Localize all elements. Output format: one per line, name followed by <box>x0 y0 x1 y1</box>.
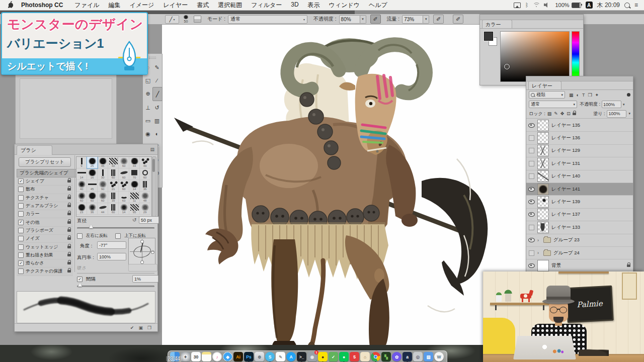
brush-option-checkbox[interactable] <box>18 187 24 192</box>
saturation-brightness-field[interactable] <box>500 31 570 82</box>
layer-filter-select[interactable]: 種類 ▾ <box>529 91 565 99</box>
blur-tool[interactable]: ◉ <box>143 127 152 140</box>
brush-preset-8[interactable]: 16 <box>87 168 98 180</box>
brush-preset-15[interactable]: 45 <box>87 180 98 192</box>
dock-app-comic-app[interactable]: 5 <box>350 352 359 361</box>
brush-preset-31[interactable]: 60 <box>108 203 119 215</box>
brush-option-checkbox[interactable] <box>18 252 24 258</box>
dock-app-wordpress[interactable]: W <box>434 352 444 361</box>
layer-row[interactable]: ›グループ 24 <box>526 247 633 259</box>
layer-visibility-toggle[interactable] <box>528 250 535 256</box>
brush-option-4[interactable]: カラー <box>17 210 73 218</box>
panel-menu-icon[interactable]: ▤ <box>150 147 154 152</box>
brush-preset-5[interactable]: 44 <box>129 157 140 168</box>
layer-blend-mode-select[interactable]: 通常▾ <box>529 101 577 108</box>
brush-preset-24[interactable]: 39 <box>108 192 119 203</box>
layer-thumbnail[interactable] <box>537 120 549 131</box>
brush-preset-6[interactable]: 49 <box>140 157 150 168</box>
dock-app-textedit[interactable]: ✎ <box>276 352 285 361</box>
layer-thumbnail[interactable] <box>537 184 549 195</box>
diameter-slider-thumb[interactable] <box>89 225 93 228</box>
group-expand-icon[interactable]: › <box>537 238 541 243</box>
lock-type-icon-1[interactable]: ✎ <box>554 111 558 116</box>
brush-preset-32[interactable]: 14 <box>119 203 129 215</box>
dodge-tool[interactable]: ◐ <box>152 127 162 140</box>
brush-option-3[interactable]: デュアルブラシ <box>17 202 73 210</box>
blend-mode-select[interactable]: 通常▾ <box>228 15 307 24</box>
layer-visibility-toggle[interactable] <box>528 161 535 166</box>
dock-app-launchpad[interactable]: ✦ <box>181 352 190 361</box>
brush-preset-28[interactable]: 23 <box>76 203 87 215</box>
dock-app-photoshop[interactable]: Ps <box>244 352 254 361</box>
filter-toggle-icon[interactable] <box>627 93 630 97</box>
layer-visibility-toggle[interactable] <box>528 148 535 153</box>
gradient-tool[interactable]: ▥ <box>152 114 162 127</box>
dock-app-spiral-app[interactable]: ◎ <box>413 352 423 361</box>
menu-item-2[interactable]: イメージ <box>125 1 158 10</box>
brush-preset-17[interactable]: 21 <box>108 180 119 192</box>
menu-item-9[interactable]: ウィンドウ <box>325 1 364 10</box>
input-source-icon[interactable]: A <box>586 2 593 9</box>
dock-app-recorder[interactable]: ◉1 <box>307 352 317 361</box>
layer-row[interactable]: レイヤー 139 <box>526 196 633 208</box>
dock-app-safari[interactable]: ◆ <box>223 352 232 361</box>
layer-row[interactable]: レイヤー 141 <box>526 183 633 196</box>
filter-type-icon-3[interactable]: ❒ <box>588 93 592 98</box>
menu-item-8[interactable]: 表示 <box>303 1 325 10</box>
menu-item-6[interactable]: フィルター <box>247 1 286 10</box>
flip-x-checkbox[interactable] <box>77 233 83 239</box>
brush-option-10[interactable]: ✓滑らかさ <box>17 259 73 267</box>
brush-tip-shape-item[interactable]: ブラシ先端のシェイプ <box>17 169 76 177</box>
brush-option-checkbox[interactable] <box>18 228 24 233</box>
brush-preset-3[interactable]: 40 <box>108 157 119 168</box>
spacing-checkbox[interactable]: ✓ <box>77 277 83 282</box>
history-brush-tool[interactable]: ↺ <box>152 101 162 114</box>
angle-input[interactable]: -77° <box>97 241 126 249</box>
quick-select-tool[interactable]: ✎ <box>152 61 162 74</box>
brush-option-9[interactable]: 重ね描き効果 <box>17 251 73 259</box>
layer-row[interactable]: レイヤー 135 <box>526 119 633 132</box>
opacity-input[interactable]: 80% <box>339 15 360 24</box>
layer-row[interactable]: レイヤー 140 <box>526 170 633 183</box>
color-picker-ring[interactable] <box>504 64 510 69</box>
foreground-color-swatch[interactable] <box>484 32 493 41</box>
dock-app-itunes[interactable]: ♪ <box>212 352 222 361</box>
eyedropper-tool[interactable]: ∕ <box>152 74 162 87</box>
brush-option-checkbox[interactable] <box>18 268 24 274</box>
layer-visibility-toggle[interactable] <box>528 135 535 141</box>
layer-thumbnail[interactable] <box>537 132 549 144</box>
lock-type-icon-3[interactable]: ⊡ <box>567 111 571 116</box>
lock-type-icon-0[interactable]: ▨ <box>547 111 552 116</box>
flip-x-option[interactable]: 左右に反転 <box>77 233 108 239</box>
opacity-dropdown-icon[interactable]: ▾ <box>360 15 366 24</box>
layer-thumbnail[interactable] <box>537 209 549 220</box>
brush-preset-33[interactable]: 95 <box>129 203 140 215</box>
brush-stroke-preview-toggle-icon[interactable]: ✔ <box>130 325 134 330</box>
eraser-tool[interactable]: ▭ <box>143 114 152 127</box>
pressure-opacity-icon[interactable]: ✐ <box>370 15 381 24</box>
filter-type-icon-4[interactable]: ✦ <box>595 93 599 98</box>
brush-preset-21[interactable]: 60 <box>76 192 87 203</box>
brush-option-6[interactable]: ブラシポーズ <box>17 227 73 235</box>
battery-status[interactable]: 100% <box>555 2 581 8</box>
layer-thumbnail[interactable] <box>537 158 549 169</box>
lock-icon[interactable] <box>67 254 71 256</box>
brush-preset-16[interactable]: 90 <box>98 180 108 192</box>
toolbar-grip[interactable] <box>149 57 156 59</box>
brush-option-11[interactable]: テクスチャの保護 <box>17 267 73 276</box>
layer-visibility-toggle[interactable] <box>528 187 535 192</box>
brush-preset-22[interactable]: 60 <box>87 192 98 203</box>
lock-icon[interactable] <box>67 270 71 273</box>
crop-tool[interactable]: ◱ <box>143 74 152 87</box>
brush-preset-27[interactable]: 48 <box>140 192 150 203</box>
filter-type-icon-2[interactable]: T <box>582 93 585 98</box>
dock-app-evernote[interactable]: ✓ <box>329 352 338 361</box>
filter-type-icon-0[interactable]: ▦ <box>569 93 574 98</box>
new-brush-icon[interactable]: ▣ <box>138 325 143 330</box>
brush-preset-picker[interactable]: 50 <box>183 15 189 23</box>
menu-item-0[interactable]: ファイル <box>70 1 104 10</box>
dock-app-terminal[interactable]: >_ <box>297 352 306 361</box>
bluetooth-icon[interactable]: ᛒ <box>525 2 529 8</box>
pressure-size-icon[interactable]: ✐ <box>453 15 463 24</box>
brush-option-8[interactable]: ウェットエッジ <box>17 243 73 251</box>
